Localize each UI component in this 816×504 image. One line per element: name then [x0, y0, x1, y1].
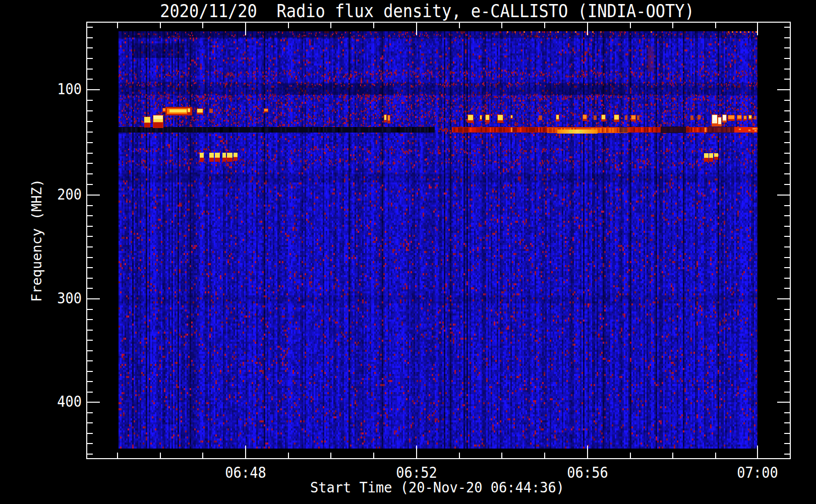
plot-frame — [86, 22, 791, 459]
axis-tick — [86, 173, 93, 174]
axis-tick — [784, 184, 791, 185]
axis-tick — [288, 453, 289, 459]
axis-tick — [784, 121, 791, 122]
axis-tick — [672, 22, 673, 28]
spectrogram-page: 2020/11/20 Radio flux density, e-CALLIST… — [0, 0, 816, 504]
axis-tick — [784, 309, 791, 310]
axis-tick — [784, 110, 791, 111]
axis-tick — [86, 58, 93, 59]
y-tick-label: 200 — [20, 185, 82, 203]
y-tick-label: 100 — [20, 80, 82, 98]
axis-tick — [86, 226, 93, 227]
axis-tick — [86, 319, 93, 320]
axis-tick — [86, 402, 100, 403]
axis-tick — [86, 142, 93, 143]
axis-tick — [330, 22, 331, 28]
axis-tick — [86, 163, 93, 164]
axis-tick — [86, 330, 93, 331]
axis-tick — [784, 153, 791, 154]
axis-tick — [784, 454, 791, 455]
x-tick-label: 06:56 — [567, 464, 608, 481]
axis-tick — [784, 236, 791, 237]
axis-tick — [86, 350, 93, 351]
axis-tick — [777, 89, 791, 90]
axis-tick — [784, 37, 791, 38]
axis-tick — [459, 22, 460, 28]
axis-tick — [86, 340, 93, 341]
axis-tick — [784, 47, 791, 48]
axis-tick — [86, 79, 93, 80]
axis-tick — [784, 257, 791, 258]
axis-tick — [86, 195, 100, 196]
axis-tick — [202, 22, 203, 28]
axis-tick — [784, 163, 791, 164]
axis-tick — [784, 422, 791, 423]
x-tick-label: 06:52 — [396, 464, 437, 481]
axis-tick — [160, 453, 161, 459]
axis-tick — [757, 22, 758, 35]
axis-tick — [784, 142, 791, 143]
axis-tick — [544, 22, 545, 28]
axis-tick — [86, 257, 93, 258]
axis-tick — [86, 69, 93, 70]
axis-tick — [86, 100, 93, 101]
axis-tick — [784, 412, 791, 413]
axis-tick — [86, 121, 93, 122]
axis-tick — [501, 22, 502, 28]
axis-tick — [630, 22, 631, 28]
axis-tick — [784, 246, 791, 247]
axis-tick — [715, 453, 716, 459]
axis-tick — [784, 79, 791, 80]
axis-tick — [784, 58, 791, 59]
axis-tick — [715, 22, 716, 28]
axis-tick — [86, 309, 93, 310]
chart-title: 2020/11/20 Radio flux density, e-CALLIST… — [160, 0, 694, 22]
axis-tick — [86, 37, 93, 38]
axis-tick — [373, 22, 374, 28]
axis-tick — [86, 412, 93, 413]
axis-tick — [86, 422, 93, 423]
axis-tick — [86, 381, 93, 382]
axis-tick — [86, 27, 93, 28]
axis-tick — [784, 371, 791, 372]
axis-tick — [86, 89, 100, 90]
axis-tick — [784, 132, 791, 133]
axis-tick — [117, 22, 118, 28]
axis-tick — [784, 215, 791, 216]
axis-tick — [784, 443, 791, 444]
axis-tick — [784, 433, 791, 434]
axis-tick — [784, 319, 791, 320]
axis-tick — [777, 195, 791, 196]
axis-tick — [86, 246, 93, 247]
axis-tick — [202, 453, 203, 459]
axis-tick — [672, 453, 673, 459]
axis-tick — [86, 371, 93, 372]
axis-tick — [86, 267, 93, 268]
axis-tick — [784, 100, 791, 101]
y-tick-label: 400 — [20, 393, 82, 410]
axis-tick — [86, 278, 93, 279]
axis-tick — [777, 402, 791, 403]
x-axis-label: Start Time (20-Nov-20 06:44:36) — [310, 479, 564, 495]
axis-tick — [587, 446, 588, 459]
axis-tick — [86, 433, 93, 434]
axis-tick — [86, 110, 93, 111]
axis-tick — [784, 278, 791, 279]
axis-tick — [501, 453, 502, 459]
axis-tick — [117, 453, 118, 459]
x-tick-label: 07:00 — [737, 464, 778, 481]
axis-tick — [784, 27, 791, 28]
axis-tick — [784, 69, 791, 70]
axis-tick — [86, 153, 93, 154]
axis-tick — [784, 350, 791, 351]
axis-tick — [86, 47, 93, 48]
axis-tick — [86, 298, 100, 299]
x-tick-label: 06:48 — [225, 464, 266, 481]
axis-tick — [86, 454, 93, 455]
axis-tick — [784, 330, 791, 331]
axis-tick — [757, 446, 758, 459]
axis-tick — [784, 205, 791, 206]
axis-tick — [86, 215, 93, 216]
axis-tick — [416, 22, 417, 35]
axis-tick — [86, 132, 93, 133]
